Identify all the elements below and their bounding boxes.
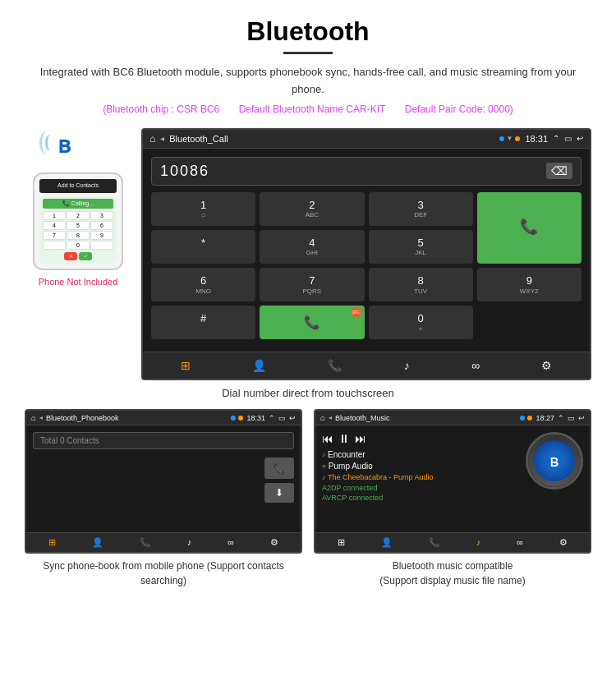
phone-call-btn[interactable]: ✓ xyxy=(79,252,92,260)
back-arrow-icon[interactable]: ◂ xyxy=(160,134,164,143)
pb-download-btn[interactable]: ⬇ xyxy=(264,483,294,503)
track-1: ♪ Encounter xyxy=(322,450,519,459)
phone-end-btn[interactable]: ✕ xyxy=(64,252,77,260)
music-caption: Bluetooth music compatible(Support displ… xyxy=(314,559,591,588)
dial-car-screen: ⌂ ◂ Bluetooth_Call ▼ 18:31 ⌃ ▭ ↩ 10086 ⌫… xyxy=(141,128,591,381)
expand-icon[interactable]: ⌃ xyxy=(553,134,559,143)
phone-numpad: 123 456 789 0 xyxy=(43,211,113,250)
phone-screen: 📞 Calling... 123 456 789 0 ✕ ✓ xyxy=(39,195,117,264)
key-7[interactable]: 7PQRS xyxy=(260,268,364,301)
key-2[interactable]: 2ABC xyxy=(260,192,364,226)
music-back-nav-icon[interactable]: ↩ xyxy=(578,414,585,422)
music-controls: ⏮ ⏸ ⏭ xyxy=(322,432,519,445)
music-notes-icon: ♪ xyxy=(579,432,583,444)
signal-icon: ▼ xyxy=(507,135,513,142)
bottom-phone[interactable]: 📞 xyxy=(328,359,342,372)
page-title: Bluetooth xyxy=(25,16,591,47)
backspace-button[interactable]: ⌫ xyxy=(546,163,572,179)
pb-back-nav-icon[interactable]: ↩ xyxy=(289,414,296,422)
key-0plus[interactable]: 0+ xyxy=(369,306,473,339)
call2-button[interactable]: 📞RE xyxy=(260,306,364,339)
track-2: ○ Pump Audio xyxy=(322,462,519,471)
back-icon[interactable]: ↩ xyxy=(577,134,583,143)
home-icon[interactable]: ⌂ xyxy=(149,133,155,145)
music-bottom-settings[interactable]: ⚙ xyxy=(559,537,568,548)
phone-call-header: 📞 Calling... xyxy=(43,199,113,209)
phonebook-actions: 📞 ⬇ xyxy=(33,457,294,503)
bottom-music[interactable]: ♪ xyxy=(404,359,410,372)
specs-line: (Bluetooth chip : CSR BC6 Default Blueto… xyxy=(25,103,591,115)
music-content: ⏮ ⏸ ⏭ ♪ Encounter ○ Pump Audio ♪ The C xyxy=(315,425,590,532)
track-1-icon: ♪ xyxy=(322,451,325,458)
music-bottom-contacts[interactable]: 👤 xyxy=(381,537,393,548)
pb-status-dots xyxy=(231,416,243,421)
pb-bottom-settings[interactable]: ⚙ xyxy=(270,537,278,548)
bottom-link[interactable]: ∞ xyxy=(471,359,480,372)
pb-time: 18:31 xyxy=(246,414,265,422)
key-star[interactable]: * xyxy=(151,230,255,264)
phonebook-screen: ⌂ ◂ Bluetooth_Phonebook 18:31 ⌃ ▭ ↩ Tota… xyxy=(25,409,302,554)
pb-wifi-dot xyxy=(231,416,236,421)
music-back-icon[interactable]: ◂ xyxy=(329,414,332,421)
phonebook-section: ⌂ ◂ Bluetooth_Phonebook 18:31 ⌃ ▭ ↩ Tota… xyxy=(25,409,302,588)
track-2-name: Pump Audio xyxy=(329,462,373,471)
key-#[interactable]: # xyxy=(151,306,255,339)
pb-bt-dot xyxy=(238,416,243,421)
music-bottom-music[interactable]: ♪ xyxy=(476,537,481,548)
spec-code: Default Pair Code: 0000) xyxy=(405,103,513,115)
contacts-search[interactable]: Total 0 Contacts xyxy=(33,432,294,449)
key-9[interactable]: 9WXYZ xyxy=(477,268,582,301)
description-text: Integrated with BC6 Bluetooth module, su… xyxy=(25,64,591,99)
keypad: 1⌂2ABC3DEF📞*4GHI5JKL6MNO7PQRS8TUV9WXYZ#📞… xyxy=(151,192,582,344)
track-3: ♪ The Cheebacabra - Pump Audio xyxy=(322,473,519,481)
key-5[interactable]: 5JKL xyxy=(369,230,473,264)
pb-back-icon[interactable]: ◂ xyxy=(39,414,43,421)
music-status-dots xyxy=(520,416,532,421)
pb-bottom-contacts[interactable]: 👤 xyxy=(92,537,103,548)
music-section: ⌂ ◂ Bluetooth_Music 18:27 ⌃ ▭ ↩ ⏮ ⏸ ⏭ xyxy=(314,409,591,588)
key-3[interactable]: 3DEF xyxy=(369,192,473,226)
dial-caption: Dial number direct from touchscreen xyxy=(25,387,591,399)
music-header: ⌂ ◂ Bluetooth_Music 18:27 ⌃ ▭ ↩ xyxy=(315,411,590,425)
bottom-settings[interactable]: ⚙ xyxy=(541,359,552,372)
prev-btn[interactable]: ⏮ xyxy=(322,432,333,445)
music-screen: ⌂ ◂ Bluetooth_Music 18:27 ⌃ ▭ ↩ ⏮ ⏸ ⏭ xyxy=(314,409,591,554)
window-icon[interactable]: ▭ xyxy=(564,134,572,143)
key-8[interactable]: 8TUV xyxy=(369,268,473,301)
dial-input-row: 10086 ⌫ xyxy=(151,157,582,186)
key-4[interactable]: 4GHI xyxy=(260,230,364,264)
track-2-icon: ○ xyxy=(322,462,326,470)
pb-bottom-music[interactable]: ♪ xyxy=(187,537,192,548)
music-bottom-bar: ⊞ 👤 📞 ♪ ∞ ⚙ xyxy=(315,532,590,552)
call-button[interactable]: 📞 xyxy=(477,192,582,264)
pb-call-btn[interactable]: 📞 xyxy=(264,457,294,479)
bottom-contacts[interactable]: 👤 xyxy=(252,359,266,372)
music-home-icon[interactable]: ⌂ xyxy=(320,413,325,422)
phonebook-caption: Sync phone-book from mobile phone (Suppo… xyxy=(25,559,302,588)
music-window-icon[interactable]: ▭ xyxy=(568,414,575,422)
music-expand-icon[interactable]: ⌃ xyxy=(558,414,564,422)
next-btn[interactable]: ⏭ xyxy=(355,432,366,445)
phonebook-header: ⌂ ◂ Bluetooth_Phonebook 18:31 ⌃ ▭ ↩ xyxy=(26,411,301,425)
bottom-dialpad[interactable]: ⊞ xyxy=(181,359,191,372)
bottom-screenshots: ⌂ ◂ Bluetooth_Phonebook 18:31 ⌃ ▭ ↩ Tota… xyxy=(25,409,591,588)
phone-not-included-label: Phone Not Included xyxy=(39,277,118,287)
key-1[interactable]: 1⌂ xyxy=(151,192,255,226)
phone-image-area: ʙ Add to Contacts 📞 Calling... 123 456 7… xyxy=(25,128,131,287)
play-pause-btn[interactable]: ⏸ xyxy=(338,432,350,445)
pb-bottom-link[interactable]: ∞ xyxy=(228,537,234,548)
music-wifi-dot xyxy=(520,416,525,421)
pb-bottom-bar: ⊞ 👤 📞 ♪ ∞ ⚙ xyxy=(26,532,301,552)
music-info: ⏮ ⏸ ⏭ ♪ Encounter ○ Pump Audio ♪ The C xyxy=(322,432,519,526)
pb-expand-icon[interactable]: ⌃ xyxy=(269,414,275,422)
pb-window-icon[interactable]: ▭ xyxy=(278,414,286,422)
pb-bottom-phone[interactable]: 📞 xyxy=(140,537,151,548)
music-bottom-phone[interactable]: 📞 xyxy=(429,537,440,548)
music-bottom-link[interactable]: ∞ xyxy=(517,537,523,548)
key-6[interactable]: 6MNO xyxy=(151,268,255,301)
music-time: 18:27 xyxy=(536,414,554,422)
music-bottom-dialpad[interactable]: ⊞ xyxy=(338,537,345,548)
title-divider xyxy=(283,52,333,54)
pb-home-icon[interactable]: ⌂ xyxy=(31,413,36,422)
pb-bottom-dialpad[interactable]: ⊞ xyxy=(48,537,56,548)
